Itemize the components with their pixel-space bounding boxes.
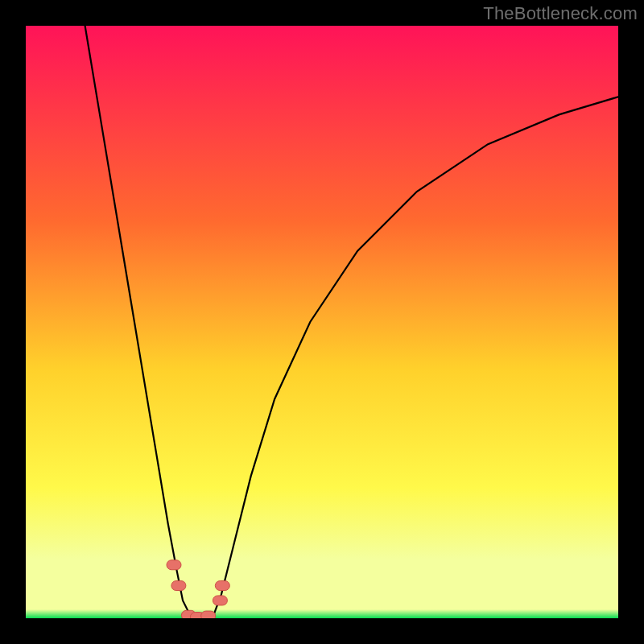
marker-0 [167, 560, 181, 570]
marker-5 [213, 596, 227, 605]
marker-4 [201, 611, 216, 618]
marker-6 [215, 581, 229, 591]
gradient-background [26, 26, 618, 618]
chart-area [26, 26, 618, 618]
watermark-text: TheBottleneck.com [483, 3, 638, 24]
marker-1 [171, 581, 186, 591]
chart-svg [26, 26, 618, 618]
